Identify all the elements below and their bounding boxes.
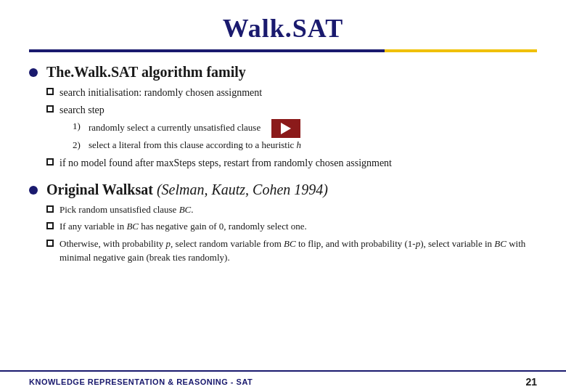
original-cite: (Selman, Kautz, Cohen 1994) [157,181,328,197]
orig-sub-items: Pick random unsatisfied clause BC. If an… [46,203,537,265]
numbered-item-2: 2) select a literal from this clause acc… [73,138,301,153]
section-bullet-2 [29,186,38,195]
section-original-body: Original Walksat (Selman, Kautz, Cohen 1… [46,181,537,268]
num-1: 1) [73,119,84,138]
section-walksat-title: The.Walk.SAT algorithm family [46,64,537,81]
slide-content: The.Walk.SAT algorithm family search ini… [0,52,566,370]
slide-title: Walk.SAT [29,13,537,44]
sub-bullet-step [46,105,54,113]
slide-footer: KNOWLEDGE REPRESENTATION & REASONING - S… [0,370,566,392]
orig-text-2: If any variable in BC has negative gain … [60,219,307,234]
play-icon [281,123,291,134]
section-bullet [29,68,38,77]
footer-label: KNOWLEDGE REPRESENTATION & REASONING - S… [29,377,253,386]
step-1-text: randomly select a currently unsatisfied … [89,119,300,138]
sub-item-step: search step 1) randomly select a current… [46,102,537,153]
orig-text-3: Otherwise, with probability p, select ra… [60,237,537,265]
orig-text-1: Pick random unsatisfied clause BC. [60,203,194,217]
slide: Walk.SAT The.Walk.SAT algorithm family s… [0,0,566,392]
section-walksat: The.Walk.SAT algorithm family search ini… [29,64,537,173]
orig-item-3: Otherwise, with probability p, select ra… [46,237,537,265]
numbered-list: 1) randomly select a currently unsatisfi… [60,119,301,153]
slide-header: Walk.SAT [0,0,566,49]
orig-item-1: Pick random unsatisfied clause BC. [46,203,537,217]
sub-text-init: search initialisation: randomly chosen a… [60,85,262,100]
num-2: 2) [73,138,84,153]
orig-bullet-3 [46,240,54,247]
numbered-item-1: 1) randomly select a currently unsatisfi… [73,119,301,138]
page-number: 21 [525,376,537,388]
sub-bullet-init [46,88,54,95]
sub-text-step: search step 1) randomly select a current… [60,102,301,153]
orig-bullet-1 [46,205,54,213]
play-button[interactable] [271,119,300,138]
sub-text-nomodel: if no model found after maxSteps steps, … [60,155,392,171]
sub-item-nomodel: if no model found after maxSteps steps, … [46,155,537,171]
step-2-text: select a literal from this clause accord… [89,138,301,153]
section-walksat-body: The.Walk.SAT algorithm family search ini… [46,64,537,173]
section-original: Original Walksat (Selman, Kautz, Cohen 1… [29,181,537,268]
sub-bullet-nomodel [46,158,54,166]
sub-item-init: search initialisation: randomly chosen a… [46,85,537,100]
orig-bullet-2 [46,222,54,229]
section-original-title: Original Walksat (Selman, Kautz, Cohen 1… [46,181,537,198]
orig-item-2: If any variable in BC has negative gain … [46,219,537,234]
